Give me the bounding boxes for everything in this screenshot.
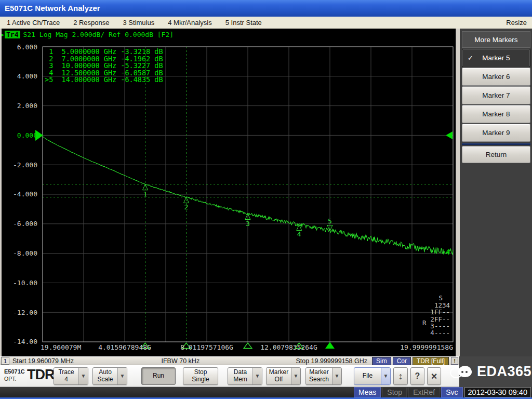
alert-badge: ! (451, 357, 458, 365)
softkey-label: Marker 7 (482, 91, 510, 99)
marker-number: 3 (246, 220, 250, 228)
softkey-sidebar: More Markers ✓ Marker 5 Marker 6 Marker … (460, 29, 532, 356)
x-axis-label: 4.0159678948G (98, 343, 151, 351)
marker-6-button[interactable]: Marker 6 (462, 68, 530, 86)
softkey-label: Marker 9 (482, 129, 510, 137)
file-dropdown[interactable]: File ▼ (354, 367, 391, 385)
marker-number: 4 (297, 230, 301, 238)
ifbw-value: IFBW 70 kHz (162, 357, 200, 365)
stop-frequency: Stop 19.999999158 GHz (296, 357, 367, 365)
marker-off-dropdown[interactable]: MarkerOff ▼ (266, 367, 301, 385)
window-titlebar: E5071C Network Analyzer (0, 0, 532, 17)
menu-item-response[interactable]: 2 Response (66, 19, 116, 26)
menu-item-mkr-analysis[interactable]: 4 Mkr/Analysis (161, 19, 219, 26)
x-axis-label: 19.960079M (41, 343, 81, 351)
meas-indicator: Meas (354, 387, 381, 397)
marker-table-row: >5 14.000000 GHz -6.4835 dB (45, 75, 163, 84)
close-button[interactable]: × (427, 367, 441, 385)
y-axis-label: -4.000 (13, 190, 37, 198)
softkey-menu-title: More Markers (462, 31, 530, 48)
window-left-edge (0, 29, 2, 356)
fixture-status-line: 1FF-- (430, 308, 450, 316)
logo-model: E5071C (4, 368, 25, 375)
y-axis-label: -10.00 (13, 279, 37, 287)
menu-bar: 1 Active Ch/Trace 2 Response 3 Stimulus … (0, 17, 532, 29)
stop-indicator: Stop (382, 387, 407, 397)
marker-5-button[interactable]: ✓ Marker 5 (462, 49, 530, 67)
channel-indicator: 1 (1, 357, 9, 365)
x-axis-label: 8.0119757106G (180, 343, 233, 351)
dropdown-arrow-icon[interactable]: ▼ (78, 368, 88, 384)
run-button[interactable]: Run (141, 367, 176, 385)
logo-tdr: TDR (27, 367, 55, 383)
datetime-display: 2012-03-30 09:40 (464, 387, 531, 397)
y-axis-ref-label: 0.000 (17, 131, 37, 139)
y-axis-label: 2.000 (17, 102, 37, 110)
softkey-label: Return (486, 151, 507, 158)
tdr-badge: TDR [Full] (413, 357, 449, 365)
menu-item-instr-state[interactable]: 5 Instr State (219, 19, 269, 26)
dropdown-arrow-icon[interactable]: ▼ (117, 368, 127, 384)
window-splitter (456, 29, 460, 356)
updown-button[interactable]: ↕ (393, 367, 408, 385)
help-button[interactable]: ? (410, 367, 424, 385)
updown-icon: ↕ (398, 371, 403, 382)
marker-9-button[interactable]: Marker 9 (462, 124, 530, 142)
sim-badge: Sim (372, 357, 391, 365)
dropdown-arrow-icon[interactable]: ▼ (252, 368, 262, 384)
trace-select-label: Trace4 (54, 369, 78, 383)
stop-single-button[interactable]: StopSingle (183, 367, 218, 385)
dropdown-arrow-icon[interactable]: ▼ (291, 368, 300, 384)
close-icon: × (431, 370, 437, 382)
marker-search-dropdown[interactable]: MarkerSearch ▼ (305, 367, 342, 385)
instrument-logo: E5071C OPT. TDR (4, 367, 52, 385)
trace-number-label: 4 (446, 248, 450, 256)
y-axis-label: -2.000 (13, 161, 37, 169)
dropdown-arrow-icon[interactable]: ▼ (381, 368, 390, 384)
softkey-label: Marker 5 (482, 54, 510, 62)
marker-search-label: MarkerSearch (306, 369, 332, 383)
start-frequency: Start 19.960079 MHz (12, 357, 74, 365)
menu-item-stimulus[interactable]: 3 Stimulus (116, 19, 162, 26)
y-axis-label: -6.000 (13, 220, 37, 228)
auto-scale-dropdown[interactable]: AutoScale ▼ (92, 367, 127, 385)
trace-select-dropdown[interactable]: Trace4 ▼ (54, 367, 88, 385)
ref-level-arrow-right (446, 131, 453, 139)
menu-item-active-ch-trace[interactable]: 1 Active Ch/Trace (0, 19, 66, 26)
analyzer-screen: ▶ Tr4 S21 Log Mag 2.000dB/ Ref 0.000dB [… (0, 29, 456, 356)
softkey-label: Marker 8 (482, 110, 510, 118)
active-marker-stimulus-indicator (325, 342, 335, 349)
eda-logo-box: EDA365 (459, 356, 532, 387)
data-mem-dropdown[interactable]: DataMem ▼ (228, 367, 262, 385)
marker-number: 1 (143, 190, 148, 198)
trace-status-line: ▶ Tr4 S21 Log Mag 2.000dB/ Ref 0.000dB [… (1, 30, 174, 39)
run-label: Run (153, 373, 164, 380)
fixture-status-line: 4---- (430, 329, 450, 337)
dropdown-arrow-icon[interactable]: ▼ (332, 368, 341, 384)
file-label: File (354, 373, 381, 380)
x-axis-label: 19.999999158G (400, 343, 453, 351)
logo-opt: OPT. (4, 376, 16, 382)
chat-bubble-icon (450, 365, 473, 382)
cor-badge: Cor (393, 357, 411, 365)
help-icon: ? (415, 371, 420, 381)
y-axis-label: 4.000 (17, 72, 37, 80)
resize-button[interactable]: Resize (501, 19, 532, 26)
return-button[interactable]: Return (462, 146, 530, 163)
trace-status-text: S21 Log Mag 2.000dB/ Ref 0.000dB [F2] (23, 31, 174, 38)
data-mem-label: DataMem (228, 369, 252, 383)
toolbar: E5071C OPT. TDR Trace4 ▼ AutoScale ▼ Run… (0, 365, 459, 387)
y-axis-label: 6.000 (17, 43, 37, 51)
auto-scale-label: AutoScale (93, 369, 117, 383)
channel-status-strip: 1 Start 19.960079 MHz IFBW 70 kHz Stop 1… (0, 356, 459, 365)
marker-8-button[interactable]: Marker 8 (462, 105, 530, 123)
marker-7-button[interactable]: Marker 7 (462, 86, 530, 104)
trace-id-badge[interactable]: Tr4 (5, 31, 20, 38)
marker-stimulus-indicator (244, 343, 252, 349)
extref-indicator: ExtRef (408, 387, 440, 397)
fixture-status-line: S (438, 294, 443, 302)
marker-off-label: MarkerOff (267, 369, 291, 383)
magnitude-plot: 12345 6.000 4.000 2.000 0.000 -2.000 -4.… (0, 41, 456, 356)
eda-label: EDA365 (477, 364, 531, 380)
softkey-label: Marker 6 (482, 73, 510, 81)
